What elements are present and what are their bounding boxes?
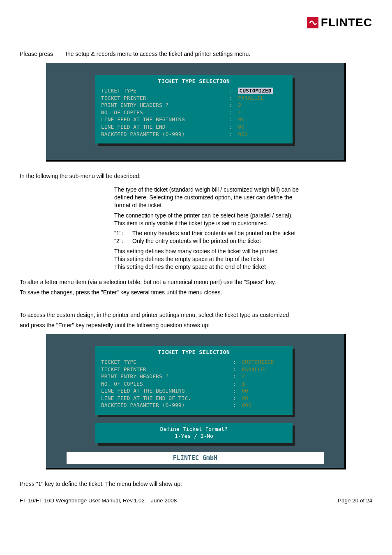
terminal-row-value: CUSTOMIZED [240,358,288,366]
submenu-heading: In the following the sub-menu will be de… [20,172,372,180]
alter-line-1: To alter a letter menu item (via a selec… [20,278,372,286]
terminal-row-sep: : [228,123,237,131]
terminal-row-sep: : [228,95,237,102]
terminal-row-sep: : [231,387,240,395]
terminal-row-sep: : [231,366,240,373]
terminal-row-label: LINE FEED AT THE END OF TIC. [99,395,231,402]
terminal-row-value: 1 [240,380,288,388]
footer-right: Page 20 of 24 [338,497,372,504]
terminal-row-value: 000 [236,131,288,138]
terminal-row-label: PRINT ENTRY HEADERS ? [99,102,228,109]
terminal-row-value: CUSTOMIZED [236,87,288,95]
terminal-row-sep: : [228,131,237,138]
terminal-row-sep: : [228,87,237,95]
terminal-row-value: 00 [236,116,288,123]
terminal-row-sep: : [231,358,240,366]
option-2-text: Only the entry contents will be printed … [132,237,261,245]
terminal-row-label: LINE FEED AT THE BEGINNING [99,116,228,123]
desc-line: format of the ticket [114,201,372,209]
terminal-row-value: 00 [240,395,288,402]
terminal-row-value: 000 [240,402,288,409]
brand-bar: FLINTEC GmbH [67,452,324,464]
terminal-row-label: TICKET TYPE [99,87,228,95]
option-rows: "1": The entry headers and their content… [114,229,372,245]
terminal-row-label: LINE FEED AT THE END [99,123,228,131]
intro-text: Please press the setup & records menu to… [20,50,372,58]
terminal-row-value: 1 [236,109,288,116]
terminal-row-label: LINE FEED AT THE BEGINNING [99,387,231,395]
desc-line: This setting defines how many copies of … [114,247,372,255]
custom-line-1: To access the custom design, in the prin… [20,311,372,319]
terminal-row-sep: : [228,102,237,109]
prompt-box: Define Ticket Format? 1-Yes / 2-No [95,423,293,443]
flintec-logo: FLINTEC [307,15,372,30]
terminal-row-label: TICKET TYPE [99,358,231,366]
screenshot-1: TICKET TYPE SELECTION TICKET TYPE :CUSTO… [46,63,346,162]
option-1-text: The entry headers and their contents wil… [132,229,296,237]
terminal-row-value: PARALLEL [240,366,288,373]
option-2-key: "2": [114,237,132,245]
terminal-row-value: 00 [240,387,288,395]
prompt-line-2: 1-Yes / 2-No [99,432,288,440]
option-1-key: "1": [114,229,132,237]
desc-line: The connection type of the printer can b… [114,212,372,220]
desc-line: defined here. Selecting the customized o… [114,194,372,201]
desc-line: This setting defines the empty space at … [114,255,372,263]
alter-line-2: To save the changes, press the "Enter" k… [20,289,372,296]
terminal-row-sep: : [231,380,240,388]
terminal-window-1: TICKET TYPE SELECTION TICKET TYPE :CUSTO… [95,75,293,143]
press-1-line: Press "1" key to define the ticket. The … [20,480,372,488]
logo-text: FLINTEC [321,15,372,30]
desc-line: The type of the ticket (standard weigh b… [114,186,372,194]
terminal-row-label: TICKET PRINTER [99,95,228,102]
terminal-table-2: TICKET TYPE :CUSTOMIZEDTICKET PRINTER :P… [99,358,288,409]
terminal-row-value: 2 [240,373,288,380]
terminal-row-label: PRINT ENTRY HEADERS ? [99,373,231,380]
desc-line: This setting defines the empty space at … [114,263,372,271]
terminal-title-2: TICKET TYPE SELECTION [99,348,288,358]
desc-block-1: The type of the ticket (standard weigh b… [114,186,372,209]
terminal-row-sep: : [231,402,240,409]
prompt-line-1: Define Ticket Format? [99,426,288,433]
terminal-row-sep: : [228,116,237,123]
terminal-row-sep: : [228,109,237,116]
terminal-row-value: 2 [236,102,288,109]
terminal-row-label: BACKFEED PARAMETER (0-999) [99,131,228,138]
terminal-table-1: TICKET TYPE :CUSTOMIZEDTICKET PRINTER :P… [99,87,288,138]
desc-block-3: This setting defines how many copies of … [114,247,372,271]
logo-bar: FLINTEC [20,15,372,30]
custom-line-2: and press the "Enter" key repeatedly unt… [20,321,372,329]
terminal-row-value: PARALLEL [236,95,288,102]
terminal-row-label: NO. OF COPIES [99,109,228,116]
desc-line: This item is only visible if the ticket … [114,220,372,227]
terminal-window-2: TICKET TYPE SELECTION TICKET TYPE :CUSTO… [95,346,293,414]
terminal-row-label: NO. OF COPIES [99,380,231,388]
logo-icon [307,17,318,28]
footer-left: FT-16/FT-16D Weighbridge User Manual, Re… [20,497,177,504]
screenshot-2: TICKET TYPE SELECTION TICKET TYPE :CUSTO… [46,334,346,469]
terminal-row-sep: : [231,373,240,380]
page-footer: FT-16/FT-16D Weighbridge User Manual, Re… [20,497,372,504]
terminal-row-label: TICKET PRINTER [99,366,231,373]
terminal-title-1: TICKET TYPE SELECTION [99,77,288,88]
desc-block-2: The connection type of the printer can b… [114,212,372,227]
terminal-row-sep: : [231,395,240,402]
terminal-row-label: BACKFEED PARAMETER (0-999) [99,402,231,409]
terminal-row-value: 00 [236,123,288,131]
